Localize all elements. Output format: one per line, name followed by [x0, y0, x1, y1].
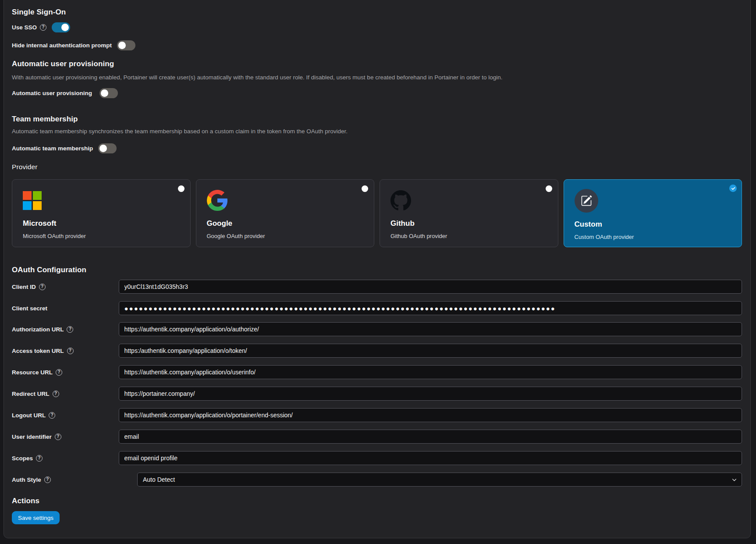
provisioning-toggle[interactable]	[99, 88, 118, 98]
provisioning-row: Automatic user provisioning	[12, 88, 118, 98]
microsoft-logo-icon	[23, 191, 42, 210]
google-logo-icon	[207, 190, 228, 211]
provider-card-description: Google OAuth provider	[207, 233, 364, 239]
authorization-url-label: Authorization URL	[12, 326, 64, 333]
provider-cards: Microsoft Microsoft OAuth provider Googl…	[12, 179, 742, 247]
help-icon[interactable]	[55, 434, 61, 440]
resource-url-label: Resource URL	[12, 369, 53, 376]
authorization-url-input[interactable]	[119, 322, 742, 336]
sso-section-title: Single Sign-On	[12, 8, 66, 17]
scopes-input[interactable]	[119, 451, 742, 465]
provider-card-description: Microsoft OAuth provider	[23, 233, 180, 239]
help-icon[interactable]	[40, 24, 46, 31]
provider-card-description: Github OAuth provider	[390, 233, 547, 239]
access-token-url-input[interactable]	[119, 344, 742, 358]
hide-prompt-label: Hide internal authentication prompt	[12, 42, 112, 49]
team-row: Automatic team membership	[12, 143, 117, 153]
toggle-knob	[101, 89, 108, 97]
authorization-url-row: Authorization URL	[12, 322, 742, 336]
redirect-url-input[interactable]	[119, 387, 742, 401]
radio-unselected-icon[interactable]	[546, 185, 552, 192]
auth-style-label: Auth Style	[12, 476, 41, 483]
team-section-title: Team membership	[12, 115, 78, 124]
team-description: Automatic team membership synchronizes t…	[12, 128, 348, 135]
provider-card-custom[interactable]: Custom Custom OAuth provider	[564, 179, 742, 247]
resource-url-row: Resource URL	[12, 365, 742, 379]
help-icon[interactable]	[49, 412, 55, 419]
logout-url-row: Logout URL	[12, 408, 742, 422]
auth-style-row: Auth Style Auto Detect	[12, 473, 742, 487]
radio-unselected-icon[interactable]	[178, 185, 185, 192]
oauth-settings-panel: Single Sign-On Use SSO Hide internal aut…	[4, 0, 751, 538]
help-icon[interactable]	[39, 284, 46, 290]
provider-card-description: Custom OAuth provider	[575, 234, 731, 240]
hide-prompt-toggle[interactable]	[117, 40, 135, 50]
user-identifier-input[interactable]	[119, 430, 742, 444]
provider-card-title: Microsoft	[23, 219, 180, 228]
github-logo-icon	[390, 190, 411, 211]
user-identifier-row: User identifier	[12, 430, 742, 444]
scopes-label: Scopes	[12, 455, 33, 462]
check-icon[interactable]	[729, 185, 737, 192]
provider-card-google[interactable]: Google Google OAuth provider	[196, 179, 375, 247]
resource-url-input[interactable]	[119, 365, 742, 379]
auth-style-selected-value: Auto Detect	[137, 473, 742, 487]
access-token-url-row: Access token URL	[12, 344, 742, 358]
radio-unselected-icon[interactable]	[362, 185, 368, 192]
toggle-knob	[61, 24, 69, 31]
help-icon[interactable]	[67, 348, 74, 354]
hide-prompt-row: Hide internal authentication prompt	[12, 40, 135, 50]
user-identifier-label: User identifier	[12, 434, 52, 440]
team-toggle[interactable]	[98, 143, 117, 153]
help-icon[interactable]	[36, 455, 43, 462]
actions-section-title: Actions	[12, 497, 39, 505]
provider-card-title: Github	[390, 219, 547, 228]
provisioning-label: Automatic user provisioning	[12, 90, 92, 96]
scopes-row: Scopes	[12, 451, 742, 465]
redirect-url-label: Redirect URL	[12, 391, 50, 397]
toggle-knob	[99, 145, 107, 152]
client-id-row: Client ID	[12, 280, 742, 294]
use-sso-toggle[interactable]	[52, 22, 70, 32]
toggle-knob	[118, 42, 126, 49]
auth-style-select[interactable]: Auto Detect	[137, 473, 742, 487]
provider-card-microsoft[interactable]: Microsoft Microsoft OAuth provider	[12, 179, 191, 247]
use-sso-row: Use SSO	[12, 22, 70, 32]
client-secret-input[interactable]	[119, 301, 742, 315]
provider-card-github[interactable]: Github Github OAuth provider	[380, 179, 558, 247]
client-secret-label: Client secret	[12, 305, 47, 312]
logout-url-input[interactable]	[119, 408, 742, 422]
access-token-url-label: Access token URL	[12, 348, 64, 354]
redirect-url-row: Redirect URL	[12, 387, 742, 401]
provider-card-title: Google	[207, 219, 364, 228]
provisioning-description: With automatic user provisioning enabled…	[12, 74, 503, 81]
provider-section-title: Provider	[12, 163, 38, 171]
provisioning-section-title: Automatic user provisioning	[12, 60, 114, 68]
help-icon[interactable]	[56, 369, 62, 376]
logout-url-label: Logout URL	[12, 412, 46, 419]
provider-card-title: Custom	[575, 220, 731, 229]
save-settings-button[interactable]: Save settings	[12, 511, 60, 524]
client-id-input[interactable]	[119, 280, 742, 294]
help-icon[interactable]	[53, 391, 59, 397]
help-icon[interactable]	[44, 476, 51, 483]
team-label: Automatic team membership	[12, 145, 93, 152]
client-secret-row: Client secret	[12, 301, 742, 315]
chevron-down-icon	[731, 476, 737, 484]
oauth-section-title: OAuth Configuration	[12, 266, 86, 274]
edit-icon	[581, 195, 592, 206]
client-id-label: Client ID	[12, 284, 36, 290]
use-sso-label: Use SSO	[12, 24, 37, 31]
help-icon[interactable]	[67, 326, 73, 333]
